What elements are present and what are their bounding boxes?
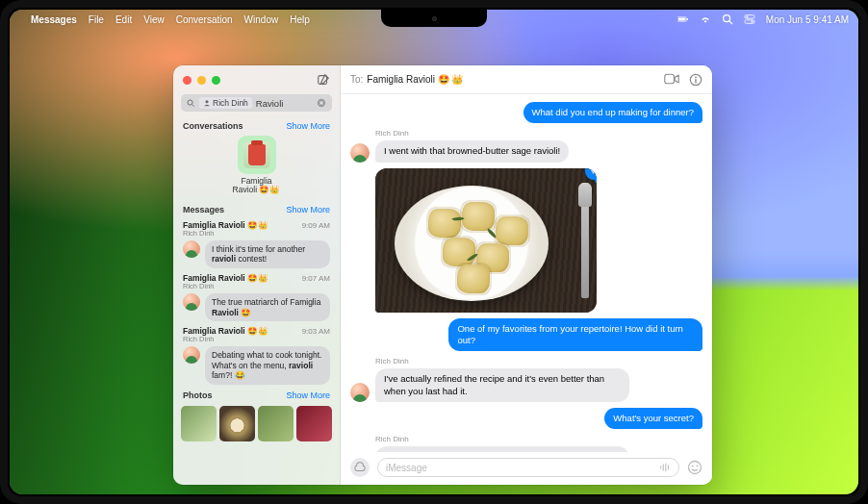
menu-bar: Messages File Edit View Conversation Win… [10, 10, 858, 29]
person-icon [203, 99, 211, 107]
search-query: Ravioli [256, 98, 313, 109]
svg-line-4 [729, 21, 732, 24]
image-message[interactable]: ♥ [375, 168, 597, 313]
result-time: 9:09 AM [302, 221, 330, 230]
sent-bubble[interactable]: What's your secret? [604, 408, 702, 429]
control-center-icon[interactable] [744, 13, 755, 25]
conversation-thumb [238, 136, 276, 174]
conversation-name: Famiglia Ravioli 🤩👑 [233, 177, 281, 195]
to-label: To: [350, 74, 363, 85]
facetime-button[interactable] [664, 73, 679, 87]
result-from: Rich Dinh [183, 282, 330, 290]
input-placeholder: iMessage [386, 463, 659, 473]
message-result[interactable]: Famiglia Ravioli 🤩👑9:09 AM Rich Dinh I t… [179, 217, 334, 270]
svg-rect-5 [745, 15, 754, 18]
conversation-result[interactable]: Famiglia Ravioli 🤩👑 [183, 136, 330, 195]
section-conversations-title: Conversations [183, 121, 243, 131]
svg-rect-17 [695, 79, 696, 83]
chat-title: Famiglia Ravioli 🤩 👑 [367, 74, 463, 85]
svg-point-16 [695, 76, 697, 78]
window-controls [173, 65, 340, 94]
photo-result[interactable] [296, 406, 332, 441]
spotlight-icon[interactable] [722, 13, 733, 25]
avatar [350, 383, 370, 402]
avatar [183, 293, 200, 311]
avatar [183, 240, 200, 258]
sent-bubble[interactable]: One of my favorites from your repertoire… [448, 318, 702, 352]
search-icon [187, 99, 195, 108]
conversation-header: To: Famiglia Ravioli 🤩 👑 [341, 65, 712, 94]
svg-point-8 [751, 21, 753, 23]
result-time: 9:07 AM [302, 274, 330, 283]
section-photos-title: Photos [183, 391, 213, 400]
sender-name: Rich Dinh [375, 435, 702, 443]
message-thread[interactable]: What did you end up making for dinner? R… [341, 94, 712, 452]
svg-point-10 [188, 99, 192, 104]
minimize-button[interactable] [197, 76, 206, 85]
avatar [183, 346, 200, 364]
conversation-pane: To: Famiglia Ravioli 🤩 👑 What did you en… [341, 65, 712, 485]
menu-edit[interactable]: Edit [115, 14, 132, 25]
desktop-screen: Messages File Edit View Conversation Win… [10, 10, 858, 494]
svg-point-3 [724, 15, 730, 22]
search-input[interactable]: Rich Dinh Ravioli [181, 94, 332, 112]
svg-rect-1 [678, 18, 686, 21]
sidebar: Rich Dinh Ravioli Conversations Show Mor… [173, 65, 341, 485]
compose-bar: iMessage [341, 452, 712, 485]
details-button[interactable] [689, 73, 702, 87]
result-from: Rich Dinh [183, 335, 330, 343]
zoom-button[interactable] [212, 76, 220, 85]
received-bubble[interactable]: I went with that browned-butter sage rav… [375, 140, 569, 162]
search-filter-label: Rich Dinh [213, 98, 248, 108]
sent-bubble[interactable]: What did you end up making for dinner? [523, 102, 702, 123]
svg-rect-2 [687, 18, 688, 20]
result-text: Debating what to cook tonight. What's on… [205, 346, 330, 385]
photo-result[interactable] [258, 406, 294, 441]
svg-point-22 [689, 462, 702, 474]
dictation-icon[interactable] [659, 462, 671, 473]
messages-window: Rich Dinh Ravioli Conversations Show Mor… [173, 65, 712, 485]
fork-icon [581, 183, 589, 298]
avatar [350, 143, 370, 163]
message-result[interactable]: Famiglia Ravioli 🤩👑9:07 AM Rich Dinh The… [179, 270, 334, 323]
conversations-show-more[interactable]: Show More [286, 121, 330, 131]
section-messages-title: Messages [183, 205, 224, 214]
svg-point-23 [692, 466, 694, 467]
result-time: 9:03 AM [302, 327, 330, 336]
menu-conversation[interactable]: Conversation [176, 14, 233, 25]
result-from: Rich Dinh [183, 229, 330, 238]
apps-button[interactable] [350, 458, 370, 477]
photos-show-more[interactable]: Show More [286, 391, 330, 400]
svg-point-24 [697, 466, 699, 467]
message-input[interactable]: iMessage [377, 458, 679, 477]
svg-line-11 [192, 104, 194, 106]
result-text: I think it's time for another ravioli co… [205, 240, 330, 268]
emoji-button[interactable] [687, 460, 702, 475]
result-text: The true matriarch of Famiglia Ravioli 🤩 [205, 293, 330, 321]
photo-result[interactable] [181, 406, 217, 441]
sender-name: Rich Dinh [375, 357, 702, 365]
menu-window[interactable]: Window [244, 14, 279, 25]
search-filter-pill[interactable]: Rich Dinh [199, 97, 252, 109]
battery-icon[interactable] [677, 13, 689, 25]
svg-point-12 [205, 100, 208, 103]
menu-file[interactable]: File [89, 14, 104, 25]
clear-search-icon[interactable] [317, 98, 326, 108]
svg-rect-14 [665, 74, 675, 84]
message-result[interactable]: Famiglia Ravioli 🤩👑9:03 AM Rich Dinh Deb… [179, 323, 334, 387]
menu-view[interactable]: View [143, 14, 165, 25]
wifi-icon[interactable] [700, 13, 711, 25]
menu-help[interactable]: Help [290, 14, 310, 25]
close-button[interactable] [183, 76, 191, 85]
message-results: Famiglia Ravioli 🤩👑9:09 AM Rich Dinh I t… [173, 217, 340, 387]
svg-point-6 [746, 15, 748, 17]
menubar-datetime[interactable]: Mon Jun 5 9:41 AM [766, 14, 849, 25]
photo-result[interactable] [219, 406, 255, 441]
app-menu[interactable]: Messages [31, 14, 77, 25]
sender-name: Rich Dinh [375, 129, 702, 138]
messages-show-more[interactable]: Show More [286, 205, 330, 214]
laptop-bezel: Messages File Edit View Conversation Win… [0, 0, 868, 504]
svg-rect-7 [745, 20, 754, 23]
received-bubble[interactable]: I've actually refined the recipe and it'… [375, 368, 629, 402]
compose-button[interactable] [317, 73, 330, 87]
